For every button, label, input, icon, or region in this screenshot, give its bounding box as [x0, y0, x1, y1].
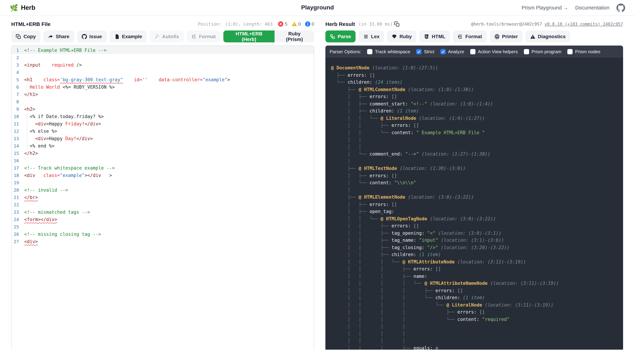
parser-option[interactable]: Strict	[416, 49, 434, 54]
issue-button[interactable]: Issue	[77, 30, 107, 42]
checkbox-checked-icon[interactable]	[416, 49, 422, 54]
line-number[interactable]: 20	[12, 186, 22, 194]
format-result-button[interactable]: Format	[453, 30, 486, 42]
html5-icon	[424, 34, 429, 39]
line-number[interactable]: 23	[12, 208, 22, 216]
version-link[interactable]: v0.8.10 (+183 commits) 2402c957	[544, 22, 623, 26]
line-number[interactable]: 12	[12, 128, 22, 135]
code-line[interactable]: 10 <% if Date.today.friday? %>	[12, 113, 314, 120]
ast-line: │ ├── errors: []	[331, 93, 623, 100]
code-line[interactable]: 4	[12, 69, 314, 76]
line-number[interactable]: 1	[12, 46, 22, 54]
line-number[interactable]: 26	[12, 230, 22, 238]
code-line[interactable]: 27<div>	[12, 238, 314, 245]
code-line[interactable]: 1<!-- Example HTML+ERB File -->	[12, 46, 314, 54]
code-line[interactable]: 18<div class="example"></div >	[12, 172, 314, 179]
parser-option[interactable]: Analyze	[440, 49, 464, 54]
ast-line: │ ├── errors: []	[331, 201, 623, 208]
checkbox-icon[interactable]	[524, 49, 529, 54]
documentation-link[interactable]: Documentation	[575, 5, 609, 10]
line-number[interactable]: 16	[12, 157, 22, 164]
line-number[interactable]: 19	[12, 179, 22, 186]
code-line[interactable]: 20<!-- invalid -->	[12, 186, 314, 194]
checkbox-icon[interactable]	[567, 49, 573, 54]
line-number[interactable]: 18	[12, 172, 22, 179]
autofix-button[interactable]: Autofix	[150, 30, 184, 42]
parser-option[interactable]: Prism program	[524, 49, 561, 54]
ast-tree-output[interactable]: @ DocumentNode (location: (1:0)-(27:5))├…	[326, 58, 623, 350]
line-number[interactable]: 2	[12, 54, 22, 61]
line-number[interactable]: 10	[12, 113, 22, 120]
line-number[interactable]: 21	[12, 194, 22, 201]
tab-html-erb-herb[interactable]: HTML+ERB (Herb)	[223, 30, 275, 42]
checkbox-icon[interactable]	[367, 49, 373, 54]
line-number[interactable]: 15	[12, 150, 22, 157]
example-button[interactable]: Example	[110, 30, 147, 42]
code-line[interactable]: 26<!-- missing closing tag -->	[12, 230, 314, 238]
line-number[interactable]: 14	[12, 142, 22, 150]
line-number[interactable]: 5	[12, 76, 22, 84]
code-line[interactable]: 25	[12, 223, 314, 230]
code-line[interactable]: 23<!-- mismatched tags -->	[12, 208, 314, 216]
parse-button[interactable]: Parse	[326, 30, 356, 42]
html-button[interactable]: HTML	[420, 30, 450, 42]
code-line[interactable]: 22	[12, 201, 314, 208]
code-line[interactable]: 19	[12, 179, 314, 186]
code-line[interactable]: 6 Hello World <%= RUBY_VERSION %>	[12, 84, 314, 91]
line-number[interactable]: 24	[12, 216, 22, 223]
ast-line: │ │ └── content: " Example HTML+ERB File…	[331, 129, 623, 136]
ast-line: │ │	[331, 144, 623, 151]
copy-result-icon[interactable]	[394, 21, 400, 27]
code-line[interactable]: 14 <% end %>	[12, 142, 314, 150]
code-line[interactable]: 9<h2>	[12, 106, 314, 113]
code-line[interactable]: 12 <% else %>	[12, 128, 314, 135]
warning-count-badge: 0	[291, 21, 301, 27]
lex-button[interactable]: Lex	[359, 30, 384, 42]
line-number[interactable]: 11	[12, 120, 22, 128]
line-number[interactable]: 7	[12, 91, 22, 98]
code-editor[interactable]: 1<!-- Example HTML+ERB File -->2 3<input…	[11, 46, 314, 350]
line-number[interactable]: 13	[12, 135, 22, 142]
brand[interactable]: 🌿 Herb	[10, 4, 115, 12]
list-icon	[363, 34, 369, 39]
code-line[interactable]: 17<!-- Track whitespace example -->	[12, 164, 314, 172]
gem-icon	[392, 34, 397, 39]
line-number[interactable]: 8	[12, 98, 22, 106]
checkbox-checked-icon[interactable]	[440, 49, 446, 54]
code-line[interactable]: 2	[12, 54, 314, 61]
github-icon[interactable]	[616, 3, 625, 12]
ast-line: ├── @ HTMLTextNode (location: (1:30)-(3:…	[331, 165, 623, 172]
editor-mode-tabs: HTML+ERB (Herb) Ruby (Prism)	[223, 30, 314, 42]
line-number[interactable]: 27	[12, 238, 22, 245]
tab-ruby-prism[interactable]: Ruby (Prism)	[275, 30, 314, 42]
parser-option[interactable]: Track whitespace	[367, 49, 410, 54]
parser-option-label: Action View helpers	[478, 49, 518, 54]
printer-button[interactable]: Printer	[490, 30, 522, 42]
code-line[interactable]: 16	[12, 157, 314, 164]
parser-option[interactable]: Action View helpers	[470, 49, 518, 54]
diagnostics-button[interactable]: Diagnostics	[526, 30, 570, 42]
line-number[interactable]: 6	[12, 84, 22, 91]
code-line[interactable]: 15</h2>	[12, 150, 314, 157]
code-line[interactable]: 3<input required />	[12, 61, 314, 69]
line-number[interactable]: 9	[12, 106, 22, 113]
code-line[interactable]: 11 <div>Happy Friday!</div>	[12, 120, 314, 128]
line-number[interactable]: 4	[12, 69, 22, 76]
parser-option[interactable]: Prism nodes	[567, 49, 600, 54]
copy-button[interactable]: Copy	[11, 30, 40, 42]
line-number[interactable]: 22	[12, 201, 22, 208]
line-number[interactable]: 3	[12, 61, 22, 69]
line-number[interactable]: 17	[12, 164, 22, 172]
format-button[interactable]: Format	[187, 30, 220, 42]
line-number[interactable]: 25	[12, 223, 22, 230]
code-line[interactable]: 13 <div>Happy Day!</div>	[12, 135, 314, 142]
share-button[interactable]: Share	[44, 30, 74, 42]
code-line[interactable]: 7</h1>	[12, 91, 314, 98]
ruby-button[interactable]: Ruby	[387, 30, 416, 42]
checkbox-icon[interactable]	[470, 49, 475, 54]
code-line[interactable]: 5<h1 class='bg-gray-300 text-gray" id=''…	[12, 76, 314, 84]
code-line[interactable]: 24<form></div>	[12, 216, 314, 223]
prism-playground-link[interactable]: Prism Playground →	[522, 5, 568, 10]
code-line[interactable]: 8	[12, 98, 314, 106]
code-line[interactable]: 21</br>	[12, 194, 314, 201]
